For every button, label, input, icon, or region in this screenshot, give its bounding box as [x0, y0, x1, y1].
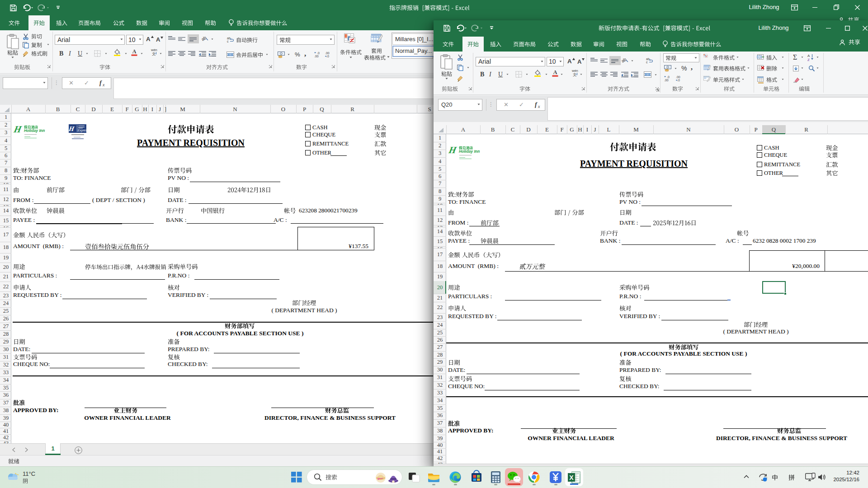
svg-text:A: A	[132, 48, 137, 55]
svg-text:.00: .00	[325, 52, 330, 55]
svg-text:.0: .0	[326, 55, 329, 58]
svg-text:Z: Z	[807, 58, 810, 62]
svg-text:H: H	[68, 125, 75, 132]
svg-text:Σ: Σ	[793, 53, 797, 61]
svg-text:ab: ab	[227, 37, 231, 40]
svg-text:ab: ab	[646, 57, 650, 61]
svg-text:.00: .00	[314, 55, 319, 58]
svg-text:.00: .00	[676, 75, 680, 79]
svg-text:.0: .0	[667, 75, 670, 79]
svg-text:c: c	[227, 40, 229, 43]
svg-text:c: c	[646, 61, 648, 64]
svg-text:X: X	[569, 474, 574, 481]
svg-text:.00: .00	[664, 79, 669, 82]
svg-text:文: 文	[152, 52, 156, 56]
svg-text:.0: .0	[677, 79, 680, 82]
svg-text:文: 文	[573, 72, 577, 77]
svg-text:A: A	[553, 69, 557, 75]
svg-text:.0: .0	[317, 52, 320, 55]
